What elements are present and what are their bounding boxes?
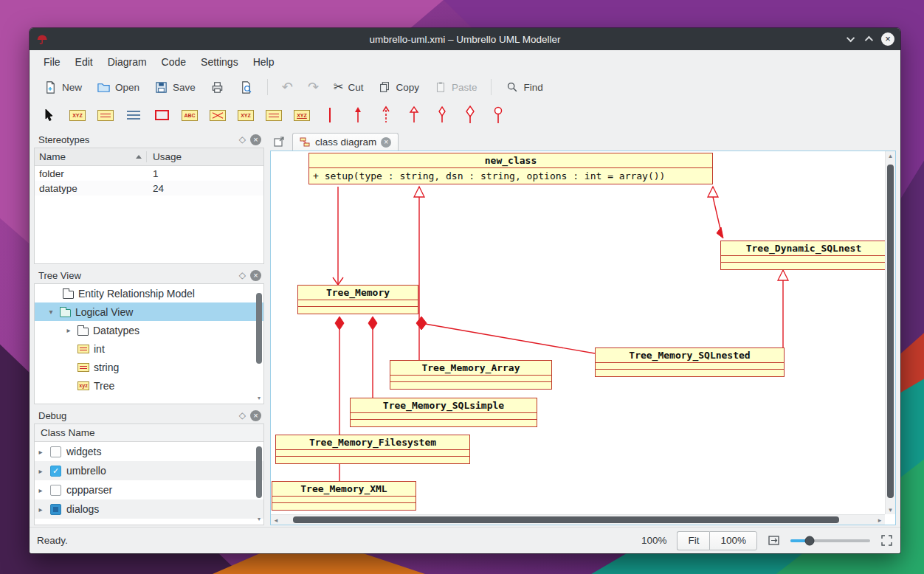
line-tool[interactable] xyxy=(320,105,339,125)
aggregation-tool[interactable] xyxy=(432,105,452,125)
paste-button[interactable]: Paste xyxy=(429,78,483,96)
tab-close-icon[interactable]: × xyxy=(381,137,391,148)
table-row[interactable]: folder 1 xyxy=(35,166,263,181)
print-button[interactable] xyxy=(205,78,230,97)
composition-tool[interactable] xyxy=(461,105,480,125)
save-button[interactable]: Save xyxy=(149,78,201,97)
chevron-down-icon[interactable]: ▾ xyxy=(46,308,55,316)
close-dock-button[interactable]: × xyxy=(250,270,261,281)
scroll-down-icon[interactable]: ▾ xyxy=(258,395,261,402)
text-lines-tool[interactable] xyxy=(124,105,143,125)
fullscreen-icon[interactable] xyxy=(880,534,893,547)
scroll-right-icon[interactable]: ▸ xyxy=(875,516,885,525)
debug-item-cppparser[interactable]: ▸ cppparser xyxy=(35,480,263,499)
close-button[interactable]: × xyxy=(881,32,894,46)
copy-button[interactable]: Copy xyxy=(373,78,424,96)
open-button[interactable]: Open xyxy=(92,78,145,97)
redo-button[interactable]: ↷ xyxy=(303,78,324,96)
debug-item-widgets[interactable]: ▸ widgets xyxy=(35,442,263,461)
tree-item-tree[interactable]: xyz Tree xyxy=(35,376,263,395)
chevron-right-icon[interactable]: ▸ xyxy=(36,486,45,494)
menu-code[interactable]: Code xyxy=(155,53,193,71)
uml-class-tree-memory[interactable]: Tree_Memory xyxy=(297,285,418,314)
column-name[interactable]: Name xyxy=(35,151,147,162)
cut-button[interactable]: ✂ Cut xyxy=(328,79,368,95)
chevron-right-icon[interactable]: ▸ xyxy=(36,448,45,456)
uml-class-tree-memory-filesystem[interactable]: Tree_Memory_Filesystem xyxy=(275,435,470,464)
generalization-tool[interactable] xyxy=(404,105,424,125)
zoom-100-button[interactable]: 100% xyxy=(709,531,757,550)
fit-button[interactable]: Fit xyxy=(677,531,709,550)
horizontal-scrollbar[interactable]: ◂ ▸ xyxy=(271,514,885,525)
chevron-right-icon[interactable]: ▸ xyxy=(36,467,45,475)
titlebar[interactable]: umbrello-uml.xmi – Umbrello UML Modeller… xyxy=(30,28,900,50)
scrollbar-thumb[interactable] xyxy=(256,446,262,498)
new-button[interactable]: New xyxy=(38,78,87,97)
vertical-scrollbar[interactable]: ▴ ▾ xyxy=(885,151,895,514)
note-tool[interactable] xyxy=(208,105,227,125)
tree-item-logical-view[interactable]: ▾ Logical View xyxy=(35,302,263,321)
tab-class-diagram[interactable]: class diagram × xyxy=(292,133,399,151)
minimize-button[interactable] xyxy=(849,36,855,42)
scrollbar-thumb[interactable] xyxy=(293,516,839,523)
debug-item-umbrello[interactable]: ▸ ✓ umbrello xyxy=(35,461,263,480)
zoom-fit-icon[interactable] xyxy=(768,534,780,547)
text-tool[interactable]: ABC xyxy=(180,105,199,125)
checkbox-unchecked[interactable] xyxy=(50,485,61,496)
uml-class-tree-memory-sqlsimple[interactable]: Tree_Memory_SQLsimple xyxy=(350,398,537,427)
float-dock-icon[interactable]: ◇ xyxy=(239,270,246,280)
menu-file[interactable]: File xyxy=(37,53,67,71)
template-class-tool[interactable]: XYZ xyxy=(236,105,255,125)
class-tool[interactable]: XYZ xyxy=(68,105,87,125)
uml-class-tree-memory-sqlnested[interactable]: Tree_Memory_SQLnested xyxy=(595,347,785,377)
chevron-right-icon[interactable]: ▸ xyxy=(64,326,73,334)
uml-class-new-class[interactable]: new_class + setup(type : string, dsn : s… xyxy=(308,153,713,184)
uml-class-tree-memory-array[interactable]: Tree_Memory_Array xyxy=(390,360,552,390)
close-dock-button[interactable]: × xyxy=(250,410,261,421)
scroll-down-icon[interactable]: ▾ xyxy=(258,516,261,523)
anchor-tool[interactable] xyxy=(489,105,508,125)
tree-view-scrollbar[interactable]: ▾ xyxy=(255,286,263,402)
float-dock-icon[interactable]: ◇ xyxy=(239,134,246,145)
scrollbar-thumb[interactable] xyxy=(256,293,262,364)
undo-button[interactable]: ↶ xyxy=(277,78,298,96)
uml-class-tree-memory-xml[interactable]: Tree_Memory_XML xyxy=(272,481,416,511)
dependency-tool[interactable] xyxy=(376,105,396,125)
column-usage[interactable]: Usage xyxy=(147,151,263,162)
object-tool[interactable]: XYZ xyxy=(292,105,311,125)
chevron-right-icon[interactable]: ▸ xyxy=(36,505,45,514)
checkbox-checked[interactable]: ✓ xyxy=(50,466,61,477)
debug-item-dialogs[interactable]: ▸ dialogs xyxy=(35,499,263,519)
menu-help[interactable]: Help xyxy=(246,53,281,71)
float-dock-icon[interactable]: ◇ xyxy=(239,410,246,421)
menu-edit[interactable]: Edit xyxy=(69,53,100,71)
find-button[interactable]: Find xyxy=(500,78,548,96)
select-arrow-tool[interactable] xyxy=(40,105,59,125)
zoom-slider[interactable] xyxy=(790,539,870,542)
box-tool[interactable] xyxy=(152,105,171,125)
maximize-button[interactable] xyxy=(865,36,871,42)
uml-class-tree-dynamic-sqlnest[interactable]: Tree_Dynamic_SQLnest xyxy=(720,241,885,270)
slider-handle[interactable] xyxy=(804,536,814,545)
scrollbar-thumb[interactable] xyxy=(887,165,894,498)
scroll-down-icon[interactable]: ▾ xyxy=(886,505,896,514)
new-tab-button[interactable] xyxy=(272,134,286,149)
scroll-left-icon[interactable]: ◂ xyxy=(271,516,281,525)
interface-tool[interactable] xyxy=(96,105,115,125)
diagram-canvas[interactable]: new_class + setup(type : string, dsn : s… xyxy=(271,151,885,514)
menu-diagram[interactable]: Diagram xyxy=(101,53,154,71)
tree-item-entity-relationship-model[interactable]: Entity Relationship Model xyxy=(35,284,263,302)
close-dock-button[interactable]: × xyxy=(250,134,261,145)
table-row[interactable]: datatype 24 xyxy=(35,181,263,196)
association-tool[interactable] xyxy=(348,105,368,125)
stereotyped-class-tool[interactable] xyxy=(264,105,283,125)
checkbox-unchecked[interactable] xyxy=(50,446,61,457)
menu-settings[interactable]: Settings xyxy=(194,53,245,71)
tree-item-string[interactable]: string xyxy=(35,358,263,376)
debug-scrollbar[interactable]: ▾ xyxy=(255,426,263,523)
tree-item-int[interactable]: int xyxy=(35,339,263,358)
tree-item-datatypes[interactable]: ▸ Datatypes xyxy=(35,321,263,339)
checkbox-indeterminate[interactable] xyxy=(50,504,61,515)
scroll-up-icon[interactable]: ▴ xyxy=(886,151,896,160)
print-preview-button[interactable] xyxy=(234,78,258,97)
